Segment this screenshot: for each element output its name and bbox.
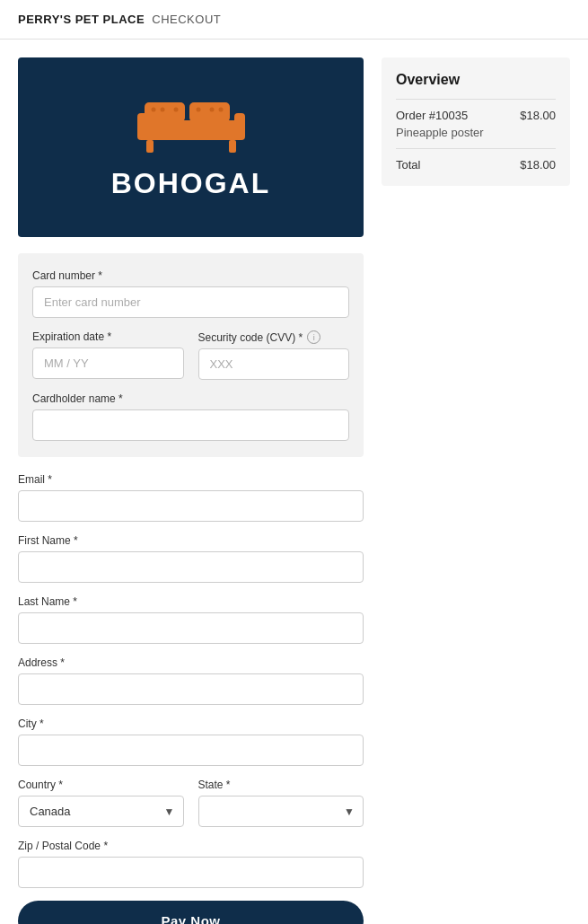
expiry-group: Expiration date * bbox=[32, 330, 184, 380]
zip-label: Zip / Postal Code * bbox=[18, 840, 364, 852]
header: PERRY'S PET PLACE CHECKOUT bbox=[0, 0, 588, 40]
card-number-group: Card number * bbox=[32, 269, 349, 318]
email-input[interactable] bbox=[18, 490, 364, 522]
zip-input[interactable] bbox=[18, 857, 364, 888]
first-name-group: First Name * bbox=[18, 534, 364, 583]
left-column: BOHOGAL Card number * Expiration date * bbox=[18, 57, 364, 924]
country-state-row: Country * Canada USA UK ▼ State * bbox=[18, 779, 364, 827]
overview-title: Overview bbox=[396, 72, 556, 88]
overview-order-label: Order #10035 bbox=[396, 109, 468, 122]
email-label: Email * bbox=[18, 473, 364, 486]
state-label: State * bbox=[198, 779, 364, 791]
state-select-wrapper: ON BC AB ▼ bbox=[198, 796, 364, 827]
overview-divider-bottom bbox=[396, 148, 556, 149]
cardholder-label: Cardholder name * bbox=[32, 392, 349, 405]
last-name-label: Last Name * bbox=[18, 595, 364, 608]
overview-order-amount: $18.00 bbox=[520, 109, 556, 122]
page-wrapper: PERRY'S PET PLACE CHECKOUT bbox=[0, 0, 588, 924]
overview-box: Overview Order #10035 $18.00 Pineapple p… bbox=[382, 57, 570, 186]
card-number-input[interactable] bbox=[32, 286, 349, 318]
header-brand: PERRY'S PET PLACE bbox=[18, 13, 145, 26]
overview-divider-top bbox=[396, 99, 556, 100]
svg-rect-10 bbox=[234, 113, 245, 140]
sofa-icon bbox=[137, 95, 245, 158]
overview-order-row: Order #10035 $18.00 bbox=[396, 109, 556, 122]
pay-now-button[interactable]: Pay Now bbox=[18, 901, 364, 924]
last-name-group: Last Name * bbox=[18, 595, 364, 644]
svg-rect-8 bbox=[141, 120, 241, 140]
state-select[interactable]: ON BC AB bbox=[198, 796, 364, 827]
overview-total-row: Total $18.00 bbox=[396, 158, 556, 172]
svg-rect-11 bbox=[146, 140, 154, 153]
cvv-group: Security code (CVV) * i bbox=[198, 330, 350, 380]
city-input[interactable] bbox=[18, 735, 364, 766]
svg-point-4 bbox=[173, 107, 178, 111]
zip-group: Zip / Postal Code * bbox=[18, 840, 364, 888]
svg-point-6 bbox=[209, 107, 214, 111]
cardholder-input[interactable] bbox=[32, 409, 349, 441]
form-fields: Email * First Name * Last Name * Address… bbox=[18, 473, 364, 924]
overview-total-amount: $18.00 bbox=[520, 158, 556, 172]
right-column: Overview Order #10035 $18.00 Pineapple p… bbox=[382, 57, 570, 186]
city-label: City * bbox=[18, 717, 364, 730]
first-name-label: First Name * bbox=[18, 534, 364, 547]
first-name-input[interactable] bbox=[18, 551, 364, 583]
address-label: Address * bbox=[18, 656, 364, 669]
brand-image: BOHOGAL bbox=[18, 57, 364, 237]
cvv-info-icon[interactable]: i bbox=[307, 330, 320, 344]
expiry-input[interactable] bbox=[32, 348, 184, 379]
brand-name: BOHOGAL bbox=[111, 167, 271, 200]
svg-rect-9 bbox=[137, 113, 148, 140]
header-page: CHECKOUT bbox=[152, 13, 221, 26]
overview-product-name: Pineapple poster bbox=[396, 126, 556, 139]
state-group: State * ON BC AB ▼ bbox=[198, 779, 364, 827]
svg-rect-12 bbox=[229, 140, 236, 153]
cardholder-group: Cardholder name * bbox=[32, 392, 349, 441]
email-group: Email * bbox=[18, 473, 364, 522]
overview-total-label: Total bbox=[396, 158, 420, 172]
svg-point-3 bbox=[160, 107, 164, 111]
address-input[interactable] bbox=[18, 673, 364, 705]
country-group: Country * Canada USA UK ▼ bbox=[18, 779, 184, 827]
cvv-label-row: Security code (CVV) * i bbox=[198, 330, 350, 344]
expiry-cvv-row: Expiration date * Security code (CVV) * … bbox=[32, 330, 349, 380]
country-label: Country * bbox=[18, 779, 184, 791]
expiry-label: Expiration date * bbox=[32, 330, 184, 343]
svg-point-5 bbox=[196, 107, 200, 111]
address-group: Address * bbox=[18, 656, 364, 705]
card-number-label: Card number * bbox=[32, 269, 349, 282]
svg-point-7 bbox=[218, 107, 223, 111]
cvv-input[interactable] bbox=[198, 348, 350, 380]
svg-rect-1 bbox=[189, 102, 230, 122]
svg-rect-0 bbox=[145, 102, 185, 122]
cvv-label: Security code (CVV) * bbox=[198, 331, 303, 344]
last-name-input[interactable] bbox=[18, 612, 364, 644]
svg-point-2 bbox=[151, 107, 155, 111]
country-select-wrapper: Canada USA UK ▼ bbox=[18, 796, 184, 827]
country-select[interactable]: Canada USA UK bbox=[18, 796, 184, 827]
city-group: City * bbox=[18, 717, 364, 766]
card-section: Card number * Expiration date * Security… bbox=[18, 253, 364, 457]
main-content: BOHOGAL Card number * Expiration date * bbox=[0, 40, 588, 924]
